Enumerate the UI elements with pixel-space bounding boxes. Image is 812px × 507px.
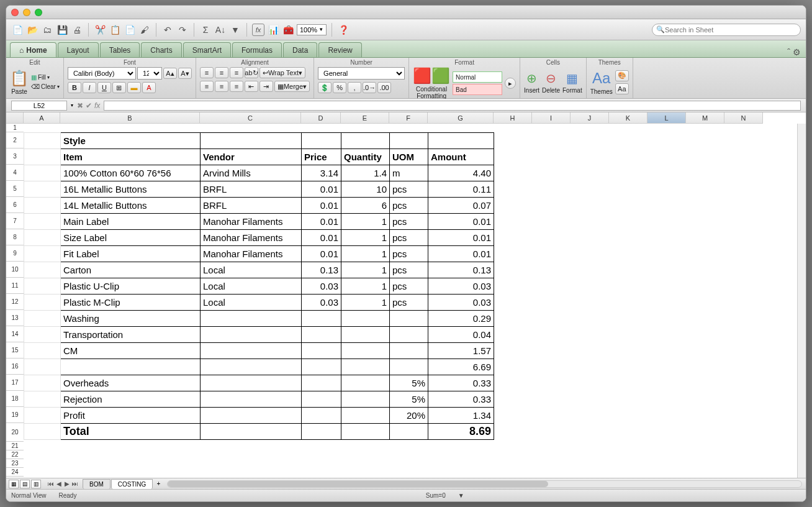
cell[interactable]: 0.01 [302,229,341,245]
cell[interactable] [390,310,428,326]
col-header-m[interactable]: M [686,112,724,124]
cell[interactable] [201,342,302,359]
currency-icon[interactable]: 💲 [318,82,332,93]
cell[interactable]: 100% Cotton 60*60 76*56 [61,165,201,181]
col-header-g[interactable]: G [428,112,494,124]
cell[interactable] [302,391,341,407]
cell[interactable]: Local [201,262,302,278]
cell[interactable] [302,375,341,391]
cell[interactable] [302,326,341,342]
cancel-formula-icon[interactable]: ✖ [77,101,83,110]
row-header[interactable]: 16 [6,359,24,375]
cell[interactable]: BRFL [201,197,302,213]
cell[interactable] [61,359,201,375]
row-header[interactable]: 21 [6,442,24,450]
cell[interactable]: 0.01 [302,181,341,197]
search-input[interactable] [665,26,796,34]
cell[interactable] [341,375,390,391]
collapse-ribbon-icon[interactable]: ˆ [787,47,790,57]
row-header[interactable]: 18 [6,391,24,407]
paste-icon[interactable]: 📄 [124,24,136,36]
cell[interactable]: 6.69 [428,359,494,375]
fx-icon[interactable]: fx [252,24,264,36]
cell[interactable]: pcs [390,197,428,213]
cell[interactable]: 0.03 [428,278,494,294]
orientation-icon[interactable]: ab↻ [245,67,258,78]
style-bad[interactable]: Bad [453,84,502,95]
undo-icon[interactable]: ↶ [161,24,174,36]
cell[interactable] [201,359,302,375]
settings-gear-icon[interactable]: ⚙ [793,47,801,57]
cell[interactable]: 1.34 [428,407,494,423]
align-center-icon[interactable]: ≡ [215,81,228,92]
cell[interactable]: 1 [341,229,390,245]
save-icon[interactable]: 💾 [56,24,68,36]
horizontal-scrollbar[interactable] [167,480,802,488]
row-header[interactable]: 9 [6,245,24,262]
cell[interactable]: 0.01 [428,245,494,262]
fill-color-button[interactable]: ▬ [127,82,141,93]
cell[interactable]: Transportation [61,326,201,342]
copy-icon[interactable]: 📋 [109,24,121,36]
cell[interactable] [390,342,428,359]
cell[interactable]: Plastic M-Clip [61,294,201,310]
cell[interactable] [201,375,302,391]
print-icon[interactable]: 🖨 [71,24,83,36]
row-header[interactable]: 10 [6,262,24,278]
cell[interactable]: 0.33 [428,391,494,407]
insert-cells-button[interactable]: ⊕Insert [524,71,539,94]
cell[interactable]: Amount [428,148,494,165]
cell[interactable]: 16L Metallic Buttons [61,181,201,197]
cell[interactable]: 1 [341,245,390,262]
help-icon[interactable]: ❓ [337,24,350,36]
tab-review[interactable]: Review [318,42,361,57]
cell[interactable]: Profit [61,407,201,423]
cell[interactable] [201,423,302,439]
tab-data[interactable]: Data [283,42,317,57]
cell[interactable]: pcs [390,181,428,197]
cell[interactable]: 0.01 [302,213,341,229]
row-header[interactable]: 1 [6,124,24,132]
row-header[interactable]: 14 [6,326,24,342]
cell[interactable] [302,359,341,375]
cell[interactable]: 1 [341,278,390,294]
col-header-f[interactable]: F [389,112,428,124]
cell[interactable]: 6 [341,197,390,213]
cell[interactable]: Rejection [61,391,201,407]
chart-icon[interactable]: 📊 [267,24,279,36]
theme-colors-icon[interactable]: 🎨 [615,70,629,81]
conditional-formatting-button[interactable]: 🟥🟩Conditional Formatting [413,67,450,99]
status-dropdown-icon[interactable]: ▼ [458,492,464,499]
format-cells-button[interactable]: ▦Format [562,71,582,94]
cell[interactable] [201,391,302,407]
decrease-decimal-icon[interactable]: .00 [377,82,391,93]
merge-button[interactable]: ▦ Merge ▾ [274,81,310,92]
tab-formulas[interactable]: Formulas [232,42,282,57]
cell[interactable]: 0.01 [428,213,494,229]
cell[interactable]: 14L Metallic Buttons [61,197,201,213]
cell[interactable] [302,423,341,439]
page-break-view-icon[interactable]: ▥ [31,480,41,488]
cell[interactable] [341,407,390,423]
cell[interactable]: CM [61,342,201,359]
col-header-h[interactable]: H [494,112,532,124]
cell[interactable]: 0.13 [428,262,494,278]
themes-button[interactable]: AaThemes [590,70,613,95]
cell[interactable]: 0.13 [302,262,341,278]
autosum-icon[interactable]: Σ [199,24,212,36]
tab-charts[interactable]: Charts [141,42,181,57]
border-button[interactable]: ⊞ [112,82,126,93]
gallery-icon[interactable]: 🗂 [41,24,53,36]
cell[interactable] [390,423,428,439]
cell[interactable]: Manohar Filaments [201,229,302,245]
insert-function-icon[interactable]: fx [94,101,100,110]
row-header[interactable]: 12 [6,294,24,310]
cell[interactable]: UOM [390,148,428,165]
col-header-k[interactable]: K [609,112,647,124]
col-header-b[interactable]: B [60,112,200,124]
next-sheet-icon[interactable]: ▶ [63,480,71,487]
row-header[interactable]: 7 [6,213,24,229]
wrap-text-button[interactable]: ↩ Wrap Text ▾ [259,67,305,78]
cell[interactable]: pcs [390,213,428,229]
cell[interactable]: 5% [390,391,428,407]
